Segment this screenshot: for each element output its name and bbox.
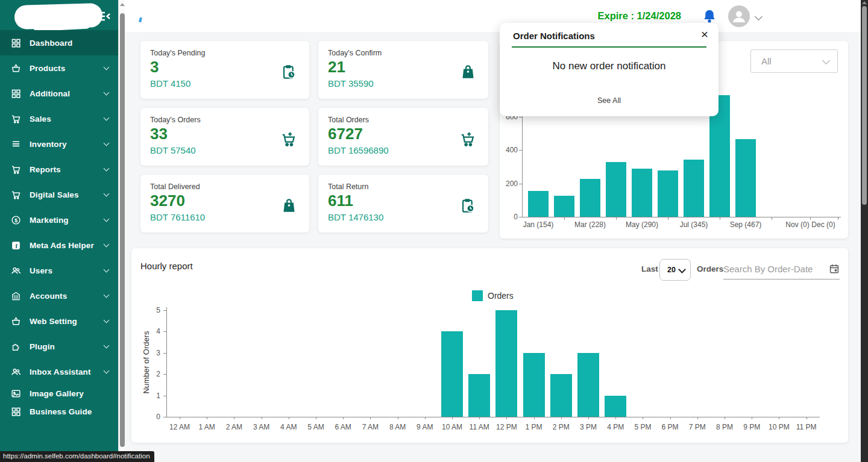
- users-icon: [11, 367, 21, 377]
- page-scrollbar-up-arrow[interactable]: [862, 1, 867, 4]
- y-tick-label: 400: [500, 146, 518, 154]
- sidebar-item-meta-ads-helper[interactable]: Meta Ads Helper: [0, 233, 118, 258]
- chart-bar: [684, 160, 704, 217]
- stat-card-label: Total Return: [328, 183, 479, 191]
- x-tick-mark: [810, 217, 811, 220]
- x-tick-mark: [670, 417, 671, 419]
- stat-card-value: 3270: [150, 192, 300, 210]
- x-tick-mark: [425, 417, 426, 419]
- y-tick-mark: [163, 396, 166, 396]
- popup-see-all-link[interactable]: See All: [500, 96, 719, 105]
- stat-card-value: 21: [328, 58, 479, 76]
- stat-card-today-s-orders: Today's Orders33BDT 57540: [140, 108, 309, 166]
- x-tick-mark: [262, 417, 262, 419]
- cart-icon: [11, 190, 21, 200]
- x-tick-mark: [316, 417, 316, 419]
- x-tick-mark: [643, 417, 643, 419]
- sidebar-scrollbar-thumb[interactable]: [120, 13, 125, 447]
- stat-card-amount: BDT 7611610: [150, 212, 300, 222]
- x-axis: [166, 417, 820, 417]
- sidebar-item-additional[interactable]: Additional: [0, 81, 118, 106]
- y-tick-mark: [519, 184, 522, 184]
- x-tick-label: 11 PM: [791, 423, 822, 431]
- sidebar-item-digital-sales[interactable]: Digital Sales: [0, 182, 118, 207]
- sidebar-item-label: Dashboard: [30, 39, 72, 48]
- chevron-down-icon: [104, 140, 110, 146]
- stat-cards-grid: Today's Pending3BDT 4150Today's Confirm2…: [140, 41, 488, 233]
- page-scrollbar-thumb[interactable]: [862, 6, 867, 205]
- x-tick-mark: [720, 217, 720, 220]
- x-tick-label: 10 AM: [437, 423, 467, 431]
- x-tick-mark: [588, 417, 589, 419]
- y-tick-mark: [519, 117, 522, 117]
- sidebar-item-label: Marketing: [30, 216, 69, 225]
- users-icon: [11, 266, 21, 276]
- chevron-down-icon: [104, 90, 110, 96]
- sidebar-item-products[interactable]: Products: [0, 55, 118, 81]
- chart-bar: [528, 191, 549, 217]
- chart-bar: [550, 374, 572, 417]
- popup-close-icon[interactable]: ×: [701, 28, 708, 40]
- user-avatar[interactable]: [728, 5, 750, 27]
- x-tick-label: 1 PM: [519, 423, 549, 431]
- x-tick-label: 1 AM: [192, 423, 222, 431]
- sidebar-item-label: Web Setting: [30, 317, 77, 326]
- sidebar-item-inventory[interactable]: Inventory: [0, 131, 118, 157]
- sidebar-item-dashboard[interactable]: Dashboard: [0, 30, 118, 55]
- x-axis: [522, 217, 841, 217]
- x-tick-label: 3 PM: [573, 423, 603, 431]
- sidebar-item-users[interactable]: Users: [0, 258, 118, 283]
- sidebar-item-sales[interactable]: Sales: [0, 106, 118, 131]
- x-tick-label: 8 PM: [709, 423, 740, 431]
- popup-empty-message: No new order notification: [500, 60, 719, 72]
- grid-icon: [11, 89, 21, 99]
- dashboard-page: Expire : 1/24/2028 DashboardProductsAddi…: [0, 0, 868, 462]
- x-tick-label: Dec (0): [796, 220, 851, 229]
- x-tick-mark: [668, 217, 668, 220]
- sidebar-item-label: Meta Ads Helper: [30, 241, 94, 250]
- x-tick-label: 2 PM: [546, 423, 576, 431]
- x-tick-mark: [838, 217, 838, 220]
- y-tick-mark: [519, 150, 522, 151]
- stat-card-total-delivered: Total Delivered3270BDT 7611610: [140, 175, 309, 233]
- image-icon: [11, 389, 21, 399]
- sidebar-item-image-gallery[interactable]: Image Gallery: [0, 384, 118, 402]
- sidebar-item-label: Inbox Assistant: [30, 367, 91, 376]
- sidebar-item-label: Accounts: [30, 292, 67, 301]
- sidebar-item-business-guide[interactable]: Business Guide: [0, 402, 118, 420]
- y-tick-mark: [163, 353, 166, 354]
- y-tick-mark: [163, 331, 166, 332]
- hourly-report-card: Hourly report Last 20 Orders Orders Numb…: [131, 248, 848, 443]
- chevron-down-icon: [104, 115, 110, 121]
- stat-card-today-s-confirm: Today's Confirm21BDT 35590: [318, 41, 488, 99]
- sidebar-item-web-setting[interactable]: Web Setting: [0, 308, 118, 334]
- x-tick-mark: [207, 417, 207, 419]
- chart-bar: [658, 170, 678, 217]
- sidebar-item-label: Digital Sales: [30, 190, 79, 199]
- sidebar-item-marketing[interactable]: Marketing: [0, 207, 118, 233]
- stat-card-label: Today's Orders: [150, 116, 300, 124]
- x-tick-mark: [779, 417, 779, 419]
- x-tick-mark: [616, 217, 617, 220]
- stat-card-amount: BDT 57540: [150, 145, 300, 155]
- chart-bar: [577, 353, 599, 417]
- x-tick-label: Mar (228): [563, 220, 617, 229]
- x-tick-label: 10 PM: [764, 423, 794, 431]
- sidebar-collapse-button[interactable]: [95, 9, 113, 25]
- sidebar-item-inbox-assistant[interactable]: Inbox Assistant: [0, 359, 118, 384]
- sidebar-scrollbar-up-arrow[interactable]: [120, 3, 125, 6]
- x-tick-label: 9 PM: [737, 423, 767, 431]
- x-tick-label: 5 AM: [301, 423, 331, 431]
- sidebar-menu: DashboardProductsAdditionalSalesInventor…: [0, 30, 118, 420]
- sidebar-item-plugin[interactable]: Plugin: [0, 334, 118, 359]
- sidebar-scrollbar[interactable]: [118, 0, 125, 462]
- sidebar-item-accounts[interactable]: Accounts: [0, 283, 118, 308]
- sidebar-item-label: Additional: [30, 89, 70, 98]
- y-tick-label: 1: [148, 392, 160, 400]
- x-tick-mark: [725, 417, 725, 419]
- sidebar-item-reports[interactable]: Reports: [0, 157, 118, 182]
- chevron-down-icon: [104, 242, 110, 248]
- chart-bar: [441, 331, 463, 417]
- x-tick-label: 5 PM: [627, 423, 658, 431]
- page-scrollbar[interactable]: [861, 0, 868, 462]
